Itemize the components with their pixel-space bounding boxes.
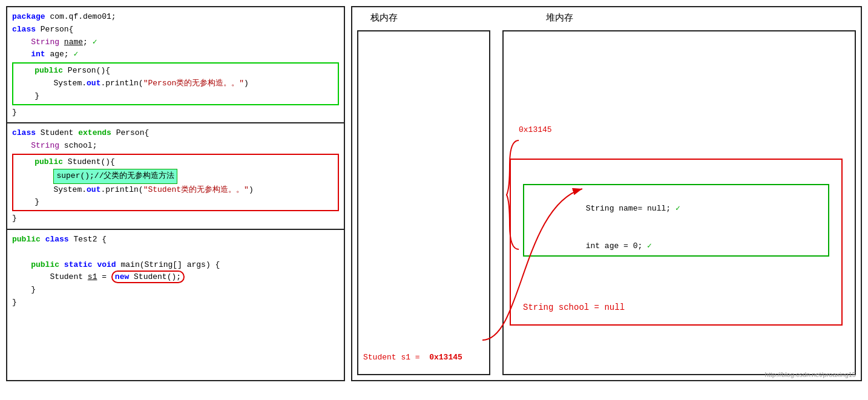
test-class-block: public class Test2 { public static void … bbox=[7, 230, 344, 380]
person-class-block: package com.qf.demo01; class Person{ Str… bbox=[7, 7, 344, 123]
test-blank bbox=[12, 246, 339, 259]
student-constructor-box: public Student(){ super();//父类的无参构造方法 Sy… bbox=[12, 154, 339, 211]
code-panel: package com.qf.demo01; class Person{ Str… bbox=[6, 6, 345, 381]
curly-brace-svg bbox=[504, 134, 522, 255]
heap-age-line: int age = 0; ✓ bbox=[529, 228, 823, 265]
person-class-close: } bbox=[12, 107, 339, 119]
student-constructor-close: } bbox=[16, 196, 335, 209]
super-call-line: super();//父类的无参构造方法 bbox=[16, 169, 335, 184]
stack-box: Student s1 = 0x13145 bbox=[357, 30, 490, 375]
person-constructor-close: } bbox=[16, 90, 335, 103]
package-line: package com.qf.demo01; bbox=[12, 11, 339, 24]
student-constructor-header: public Student(){ bbox=[16, 156, 335, 169]
heap-address: 0x13145 bbox=[519, 125, 552, 134]
person-class-header: class Person{ bbox=[12, 24, 339, 36]
heap-box: 0x13145 String name= null; ✓ int age = 0… bbox=[502, 30, 856, 375]
heap-green-inner-box: String name= null; ✓ int age = 0; ✓ bbox=[523, 184, 829, 257]
student-class-close: } bbox=[12, 212, 339, 225]
student-class-block: class Student extends Person{ String sch… bbox=[7, 123, 344, 230]
test-class-close: } bbox=[12, 297, 339, 309]
student-field: String school; bbox=[12, 140, 339, 152]
heap-name-line: String name= null; ✓ bbox=[529, 190, 823, 228]
heap-school-null: String school = null bbox=[523, 303, 625, 312]
person-constructor-body: System.out.println("Person类的无参构造。。") bbox=[16, 77, 335, 90]
student-constructor-body: System.out.println("Student类的无参构造。。") bbox=[16, 184, 335, 197]
stack-address: 0x13145 bbox=[429, 353, 462, 362]
memory-wrapper: 栈内存 堆内存 Student s1 = 0x13145 0x13145 Str… bbox=[351, 6, 862, 381]
student-class-header: class Student extends Person{ bbox=[12, 127, 339, 140]
stack-label: 栈内存 bbox=[370, 12, 398, 24]
memory-panel: 栈内存 堆内存 Student s1 = 0x13145 0x13145 Str… bbox=[351, 6, 862, 381]
heap-label: 堆内存 bbox=[546, 12, 573, 24]
person-constructor-box: public Person(){ System.out.println("Per… bbox=[12, 62, 339, 105]
test-main-body: Student s1 = new Student(); bbox=[12, 271, 339, 284]
stack-student-s1: Student s1 = 0x13145 bbox=[363, 353, 462, 362]
person-name-field: String name; ✓ bbox=[12, 36, 339, 49]
heap-red-outer-box: String name= null; ✓ int age = 0; ✓ Stri… bbox=[510, 159, 843, 326]
watermark: http://blog.csdn.net/proaxing15 bbox=[765, 371, 856, 378]
person-constructor-header: public Person(){ bbox=[16, 65, 335, 77]
person-age-field: int age; ✓ bbox=[12, 48, 339, 61]
test-main-close: } bbox=[12, 284, 339, 297]
test-main-header: public static void main(String[] args) { bbox=[12, 259, 339, 272]
test-class-header: public class Test2 { bbox=[12, 234, 339, 246]
